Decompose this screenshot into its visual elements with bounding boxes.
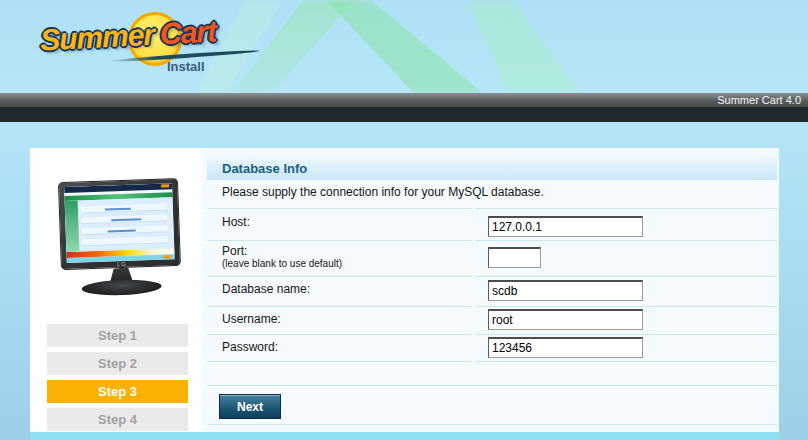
title-bar: Summer Cart 4.0 xyxy=(0,93,808,107)
port-input[interactable] xyxy=(488,247,541,268)
row-separator xyxy=(207,334,472,335)
row-separator xyxy=(207,240,472,241)
row-separator xyxy=(476,334,777,335)
row-separator xyxy=(207,424,777,425)
host-input[interactable] xyxy=(488,216,643,237)
row-separator xyxy=(207,306,472,307)
password-input[interactable] xyxy=(488,337,643,358)
row-separator xyxy=(207,361,472,362)
row-separator xyxy=(476,208,777,209)
row-separator xyxy=(476,240,777,241)
intro-text: Please supply the connection info for yo… xyxy=(222,185,544,199)
page-header: SummerCart Install xyxy=(0,0,808,93)
port-note: (leave blank to use default) xyxy=(222,258,342,269)
screen-sidebar xyxy=(65,200,80,251)
install-panel: LG Step 1 Step 2 Step 3 Step 4 Database … xyxy=(30,148,779,432)
port-label: Port: xyxy=(222,244,247,258)
green-streak-decoration xyxy=(318,0,483,93)
monitor-screen xyxy=(64,183,175,263)
sidebar: LG Step 1 Step 2 Step 3 Step 4 xyxy=(30,148,202,432)
monitor-base xyxy=(81,279,161,297)
install-subtitle: Install xyxy=(167,59,205,74)
host-label: Host: xyxy=(222,215,250,229)
username-input[interactable] xyxy=(488,309,643,330)
monitor-graphic: LG xyxy=(58,178,184,302)
screen-logo-dot xyxy=(164,255,171,258)
next-button[interactable]: Next xyxy=(219,394,281,419)
row-separator xyxy=(476,361,777,362)
screen-row xyxy=(82,236,168,246)
app-version-title: Summer Cart 4.0 xyxy=(717,94,801,106)
dark-divider-bar xyxy=(0,107,808,122)
row-separator xyxy=(207,276,472,277)
row-separator xyxy=(476,306,777,307)
logo-word-cart: Cart xyxy=(159,14,217,50)
screen-body xyxy=(65,197,175,252)
step-indicator-1: Step 1 xyxy=(47,324,188,347)
summer-cart-logo: SummerCart xyxy=(38,8,253,68)
password-label: Password: xyxy=(222,340,278,354)
monitor-bezel: LG xyxy=(58,178,181,270)
step-indicator-3-active: Step 3 xyxy=(47,380,188,403)
step-indicator-2: Step 2 xyxy=(47,352,188,375)
row-separator xyxy=(207,208,472,209)
logo-word-summer: Summer xyxy=(39,18,155,57)
step-indicator-4: Step 4 xyxy=(47,408,188,431)
section-heading: Database Info xyxy=(207,157,777,180)
bottom-accent-strip xyxy=(30,432,779,440)
screen-logo-dot xyxy=(161,184,169,187)
database-name-input[interactable] xyxy=(488,280,643,301)
row-separator xyxy=(476,276,777,277)
row-separator xyxy=(207,385,777,386)
database-name-label: Database name: xyxy=(222,282,310,296)
step-list: Step 1 Step 2 Step 3 Step 4 xyxy=(47,324,188,431)
logo-text: SummerCart xyxy=(39,14,217,57)
username-label: Username: xyxy=(222,312,281,326)
